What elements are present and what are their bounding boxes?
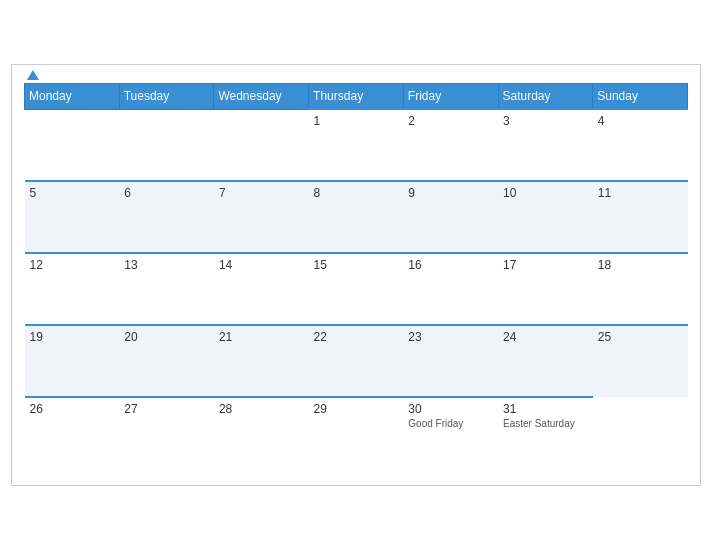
day-number: 23 <box>408 330 493 344</box>
calendar-cell <box>25 109 120 181</box>
day-number: 6 <box>124 186 209 200</box>
day-number: 21 <box>219 330 304 344</box>
day-number: 5 <box>30 186 115 200</box>
day-number: 20 <box>124 330 209 344</box>
weekday-header-tuesday: Tuesday <box>119 84 214 110</box>
calendar-cell: 4 <box>593 109 688 181</box>
day-number: 28 <box>219 402 304 416</box>
calendar-cell: 26 <box>25 397 120 469</box>
calendar-cell: 23 <box>403 325 498 397</box>
logo <box>24 70 39 81</box>
calendar-cell: 19 <box>25 325 120 397</box>
calendar-cell: 8 <box>309 181 404 253</box>
day-number: 31 <box>503 402 588 416</box>
calendar-cell: 27 <box>119 397 214 469</box>
weekday-header-friday: Friday <box>403 84 498 110</box>
day-number: 27 <box>124 402 209 416</box>
calendar-cell: 17 <box>498 253 593 325</box>
day-number: 1 <box>314 114 399 128</box>
calendar-cell: 6 <box>119 181 214 253</box>
calendar-grid: MondayTuesdayWednesdayThursdayFridaySatu… <box>24 83 688 469</box>
logo-blue-text <box>24 70 39 81</box>
calendar-cell: 10 <box>498 181 593 253</box>
calendar-cell: 13 <box>119 253 214 325</box>
calendar-cell: 25 <box>593 325 688 397</box>
calendar-cell: 22 <box>309 325 404 397</box>
holiday-label: Good Friday <box>408 418 493 429</box>
calendar-cell: 9 <box>403 181 498 253</box>
week-row-5: 2627282930Good Friday31Easter Saturday <box>25 397 688 469</box>
weekday-header-sunday: Sunday <box>593 84 688 110</box>
week-row-2: 567891011 <box>25 181 688 253</box>
weekday-header-row: MondayTuesdayWednesdayThursdayFridaySatu… <box>25 84 688 110</box>
day-number: 9 <box>408 186 493 200</box>
day-number: 22 <box>314 330 399 344</box>
day-number: 26 <box>30 402 115 416</box>
calendar-cell <box>214 109 309 181</box>
week-row-3: 12131415161718 <box>25 253 688 325</box>
day-number: 2 <box>408 114 493 128</box>
calendar-cell: 11 <box>593 181 688 253</box>
calendar-cell: 20 <box>119 325 214 397</box>
day-number: 12 <box>30 258 115 272</box>
weekday-header-wednesday: Wednesday <box>214 84 309 110</box>
day-number: 30 <box>408 402 493 416</box>
day-number: 13 <box>124 258 209 272</box>
day-number: 15 <box>314 258 399 272</box>
day-number: 29 <box>314 402 399 416</box>
weekday-header-saturday: Saturday <box>498 84 593 110</box>
day-number: 4 <box>598 114 683 128</box>
day-number: 10 <box>503 186 588 200</box>
day-number: 24 <box>503 330 588 344</box>
day-number: 14 <box>219 258 304 272</box>
week-row-1: 1234 <box>25 109 688 181</box>
day-number: 7 <box>219 186 304 200</box>
weekday-header-thursday: Thursday <box>309 84 404 110</box>
weekday-header-monday: Monday <box>25 84 120 110</box>
day-number: 17 <box>503 258 588 272</box>
calendar-cell: 2 <box>403 109 498 181</box>
holiday-label: Easter Saturday <box>503 418 588 429</box>
calendar-cell: 15 <box>309 253 404 325</box>
calendar-cell: 1 <box>309 109 404 181</box>
calendar-cell <box>119 109 214 181</box>
calendar-cell: 28 <box>214 397 309 469</box>
logo-triangle-icon <box>27 70 39 80</box>
calendar-container: MondayTuesdayWednesdayThursdayFridaySatu… <box>11 64 701 486</box>
calendar-cell <box>593 397 688 469</box>
day-number: 8 <box>314 186 399 200</box>
day-number: 19 <box>30 330 115 344</box>
calendar-cell: 31Easter Saturday <box>498 397 593 469</box>
calendar-cell: 14 <box>214 253 309 325</box>
day-number: 11 <box>598 186 683 200</box>
calendar-cell: 12 <box>25 253 120 325</box>
calendar-cell: 29 <box>309 397 404 469</box>
calendar-cell: 21 <box>214 325 309 397</box>
day-number: 16 <box>408 258 493 272</box>
calendar-cell: 3 <box>498 109 593 181</box>
calendar-cell: 7 <box>214 181 309 253</box>
day-number: 18 <box>598 258 683 272</box>
calendar-cell: 16 <box>403 253 498 325</box>
calendar-cell: 5 <box>25 181 120 253</box>
week-row-4: 19202122232425 <box>25 325 688 397</box>
calendar-cell: 24 <box>498 325 593 397</box>
calendar-cell: 30Good Friday <box>403 397 498 469</box>
day-number: 25 <box>598 330 683 344</box>
calendar-cell: 18 <box>593 253 688 325</box>
day-number: 3 <box>503 114 588 128</box>
